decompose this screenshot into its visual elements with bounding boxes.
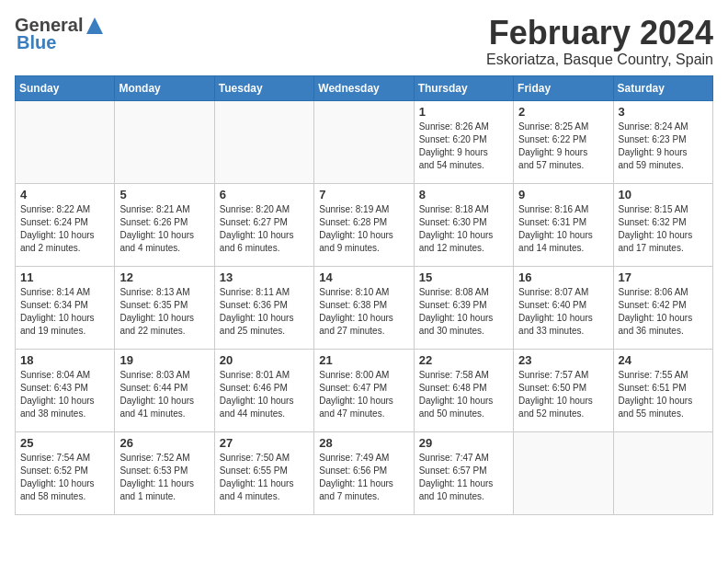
column-headers: Sunday Monday Tuesday Wednesday Thursday… <box>16 75 713 100</box>
col-saturday: Saturday <box>613 75 712 100</box>
calendar-cell: 14Sunrise: 8:10 AM Sunset: 6:38 PM Dayli… <box>314 266 414 349</box>
day-info: Sunrise: 8:00 AM Sunset: 6:47 PM Dayligh… <box>319 369 408 420</box>
calendar-cell <box>613 431 712 514</box>
calendar-cell: 12Sunrise: 8:13 AM Sunset: 6:35 PM Dayli… <box>115 266 214 349</box>
calendar-cell <box>514 431 613 514</box>
calendar-table: Sunday Monday Tuesday Wednesday Thursday… <box>15 75 713 515</box>
day-number: 10 <box>619 188 708 201</box>
day-info: Sunrise: 8:19 AM Sunset: 6:28 PM Dayligh… <box>319 203 408 255</box>
calendar-cell: 29Sunrise: 7:47 AM Sunset: 6:57 PM Dayli… <box>414 431 513 514</box>
logo-blue-text: Blue <box>17 32 56 53</box>
day-number: 17 <box>619 270 708 284</box>
day-info: Sunrise: 8:26 AM Sunset: 6:20 PM Dayligh… <box>419 121 508 172</box>
calendar-cell: 28Sunrise: 7:49 AM Sunset: 6:56 PM Dayli… <box>314 431 414 514</box>
day-info: Sunrise: 8:24 AM Sunset: 6:23 PM Dayligh… <box>619 121 708 172</box>
calendar-cell: 5Sunrise: 8:21 AM Sunset: 6:26 PM Daylig… <box>115 183 214 266</box>
calendar-cell: 13Sunrise: 8:11 AM Sunset: 6:36 PM Dayli… <box>214 266 313 349</box>
calendar-cell <box>16 100 115 183</box>
day-info: Sunrise: 8:08 AM Sunset: 6:39 PM Dayligh… <box>419 286 508 338</box>
calendar-cell: 4Sunrise: 8:22 AM Sunset: 6:24 PM Daylig… <box>16 183 115 266</box>
col-wednesday: Wednesday <box>314 75 414 100</box>
day-number: 20 <box>220 353 309 367</box>
day-info: Sunrise: 8:07 AM Sunset: 6:40 PM Dayligh… <box>518 286 608 338</box>
title-area: February 2024 Eskoriatza, Basque Country… <box>486 15 713 68</box>
day-info: Sunrise: 8:15 AM Sunset: 6:32 PM Dayligh… <box>619 203 708 255</box>
week-row-2: 4Sunrise: 8:22 AM Sunset: 6:24 PM Daylig… <box>16 183 713 266</box>
day-number: 3 <box>619 105 708 119</box>
day-info: Sunrise: 7:54 AM Sunset: 6:52 PM Dayligh… <box>20 452 109 503</box>
day-info: Sunrise: 8:20 AM Sunset: 6:27 PM Dayligh… <box>220 203 309 255</box>
day-info: Sunrise: 8:25 AM Sunset: 6:22 PM Dayligh… <box>518 121 608 172</box>
calendar-cell: 3Sunrise: 8:24 AM Sunset: 6:23 PM Daylig… <box>613 100 712 183</box>
calendar-cell: 22Sunrise: 7:58 AM Sunset: 6:48 PM Dayli… <box>414 349 513 431</box>
day-info: Sunrise: 8:14 AM Sunset: 6:34 PM Dayligh… <box>20 286 109 338</box>
calendar-cell: 15Sunrise: 8:08 AM Sunset: 6:39 PM Dayli… <box>414 266 513 349</box>
calendar-cell: 7Sunrise: 8:19 AM Sunset: 6:28 PM Daylig… <box>314 183 414 266</box>
day-number: 25 <box>20 436 109 450</box>
day-info: Sunrise: 8:16 AM Sunset: 6:31 PM Dayligh… <box>518 203 608 255</box>
day-number: 8 <box>419 188 508 201</box>
calendar-cell: 19Sunrise: 8:03 AM Sunset: 6:44 PM Dayli… <box>115 349 214 431</box>
calendar-cell: 21Sunrise: 8:00 AM Sunset: 6:47 PM Dayli… <box>314 349 414 431</box>
day-number: 19 <box>119 353 209 367</box>
day-info: Sunrise: 8:13 AM Sunset: 6:35 PM Dayligh… <box>119 286 209 338</box>
calendar-cell: 9Sunrise: 8:16 AM Sunset: 6:31 PM Daylig… <box>514 183 613 266</box>
day-number: 23 <box>518 353 608 367</box>
calendar-cell: 16Sunrise: 8:07 AM Sunset: 6:40 PM Dayli… <box>514 266 613 349</box>
day-number: 13 <box>220 270 309 284</box>
day-number: 7 <box>319 188 408 201</box>
day-info: Sunrise: 8:21 AM Sunset: 6:26 PM Dayligh… <box>119 203 209 255</box>
day-number: 14 <box>319 270 408 284</box>
header: General Blue February 2024 Eskoriatza, B… <box>15 15 713 68</box>
day-number: 29 <box>419 436 508 450</box>
calendar-cell: 8Sunrise: 8:18 AM Sunset: 6:30 PM Daylig… <box>414 183 513 266</box>
day-number: 9 <box>518 188 608 201</box>
day-info: Sunrise: 7:52 AM Sunset: 6:53 PM Dayligh… <box>119 452 209 503</box>
day-number: 22 <box>419 353 508 367</box>
day-info: Sunrise: 8:01 AM Sunset: 6:46 PM Dayligh… <box>220 369 309 420</box>
day-info: Sunrise: 8:03 AM Sunset: 6:44 PM Dayligh… <box>119 369 209 420</box>
day-number: 24 <box>619 353 708 367</box>
day-info: Sunrise: 8:10 AM Sunset: 6:38 PM Dayligh… <box>319 286 408 338</box>
day-number: 4 <box>20 188 109 201</box>
day-info: Sunrise: 8:11 AM Sunset: 6:36 PM Dayligh… <box>220 286 309 338</box>
calendar-cell: 17Sunrise: 8:06 AM Sunset: 6:42 PM Dayli… <box>613 266 712 349</box>
day-number: 15 <box>419 270 508 284</box>
day-number: 27 <box>220 436 309 450</box>
week-row-3: 11Sunrise: 8:14 AM Sunset: 6:34 PM Dayli… <box>16 266 713 349</box>
logo-icon <box>85 16 105 36</box>
calendar-cell: 1Sunrise: 8:26 AM Sunset: 6:20 PM Daylig… <box>414 100 513 183</box>
day-info: Sunrise: 8:22 AM Sunset: 6:24 PM Dayligh… <box>20 203 109 255</box>
calendar-cell: 25Sunrise: 7:54 AM Sunset: 6:52 PM Dayli… <box>16 431 115 514</box>
logo: General Blue <box>15 15 105 53</box>
day-number: 11 <box>20 270 109 284</box>
calendar-cell: 23Sunrise: 7:57 AM Sunset: 6:50 PM Dayli… <box>514 349 613 431</box>
day-number: 16 <box>518 270 608 284</box>
day-number: 26 <box>119 436 209 450</box>
calendar-cell: 18Sunrise: 8:04 AM Sunset: 6:43 PM Dayli… <box>16 349 115 431</box>
day-info: Sunrise: 8:04 AM Sunset: 6:43 PM Dayligh… <box>20 369 109 420</box>
day-number: 1 <box>419 105 508 119</box>
day-info: Sunrise: 8:06 AM Sunset: 6:42 PM Dayligh… <box>619 286 708 338</box>
calendar-cell <box>115 100 214 183</box>
col-thursday: Thursday <box>414 75 513 100</box>
calendar-cell: 24Sunrise: 7:55 AM Sunset: 6:51 PM Dayli… <box>613 349 712 431</box>
col-friday: Friday <box>514 75 613 100</box>
day-info: Sunrise: 7:47 AM Sunset: 6:57 PM Dayligh… <box>419 452 508 503</box>
day-number: 18 <box>20 353 109 367</box>
calendar-cell: 2Sunrise: 8:25 AM Sunset: 6:22 PM Daylig… <box>514 100 613 183</box>
col-sunday: Sunday <box>16 75 115 100</box>
day-number: 2 <box>518 105 608 119</box>
day-number: 6 <box>220 188 309 201</box>
week-row-4: 18Sunrise: 8:04 AM Sunset: 6:43 PM Dayli… <box>16 349 713 431</box>
calendar-cell: 20Sunrise: 8:01 AM Sunset: 6:46 PM Dayli… <box>214 349 313 431</box>
calendar-cell: 6Sunrise: 8:20 AM Sunset: 6:27 PM Daylig… <box>214 183 313 266</box>
week-row-1: 1Sunrise: 8:26 AM Sunset: 6:20 PM Daylig… <box>16 100 713 183</box>
calendar-cell <box>214 100 313 183</box>
day-number: 28 <box>319 436 408 450</box>
calendar-cell <box>314 100 414 183</box>
calendar-cell: 10Sunrise: 8:15 AM Sunset: 6:32 PM Dayli… <box>613 183 712 266</box>
month-title: February 2024 <box>486 15 713 52</box>
calendar-cell: 27Sunrise: 7:50 AM Sunset: 6:55 PM Dayli… <box>214 431 313 514</box>
day-number: 12 <box>119 270 209 284</box>
